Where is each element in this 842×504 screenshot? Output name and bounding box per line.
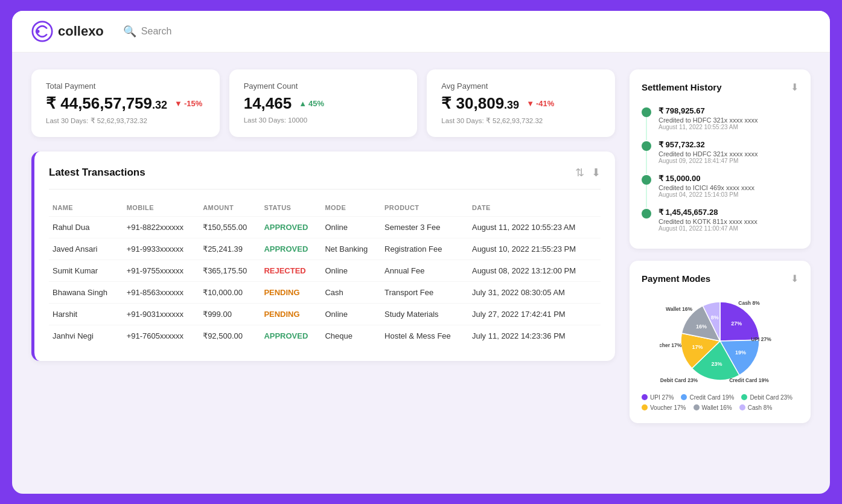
table-body: Rahul Dua +91-8822xxxxxx ₹150,555.00 APP… [49,216,601,346]
divider [49,189,601,190]
table-head: NAMEMOBILEAMOUNTSTATUSMODEPRODUCTDATE [49,199,601,217]
logo-icon [31,21,53,42]
settlement-item: ₹ 798,925.67 Credited to HDFC 321x xxxx … [642,101,799,135]
cell-mobile: +91-8563xxxxxx [123,281,200,303]
filter-icon[interactable]: ⇅ [575,166,584,179]
cell-mode: Online [321,216,381,238]
pie-chart: 27%19%23%17%16%8%Cash 8%UPI 27%Credit Ca… [660,293,780,389]
table-row[interactable]: Javed Ansari +91-9933xxxxxx ₹25,241.39 A… [49,238,601,260]
stat-card-0: Total Payment ₹ 44,56,57,759.32 ▼ -15% L… [31,69,220,137]
cell-name: Sumit Kumar [49,260,123,281]
legend-item: Credit Card 19% [681,394,734,401]
cell-name: Harshit [49,303,123,325]
cell-mobile: +91-8822xxxxxx [123,216,200,238]
legend-dot [739,404,745,410]
payment-modes-card: Payment Modes ⬇ 27%19%23%17%16%8%Cash 8%… [630,261,811,423]
payment-modes-header: Payment Modes ⬇ [642,273,799,284]
col-header-name: NAME [49,199,123,217]
transactions-title: Latest Transactions [49,167,145,179]
stat-value: ₹ 44,56,57,759.32 [46,94,167,113]
stat-sub: Last 30 Days: ₹ 52,62,93,732.32 [441,116,601,125]
transactions-actions: ⇅ ⬇ [575,166,601,179]
cell-mobile: +91-9755xxxxxx [123,260,200,281]
cell-status: APPROVED [260,216,321,238]
payment-modes-title: Payment Modes [642,273,710,284]
settlement-amount: ₹ 957,732.32 [659,140,757,149]
stat-change: ▲ 45% [299,99,324,108]
pie-outer-label-1: UPI 27% [751,336,771,342]
cell-name: Bhawana Singh [49,281,123,303]
cell-date: August 08, 2022 13:12:00 PM [468,260,601,281]
main-content: Total Payment ₹ 44,56,57,759.32 ▼ -15% L… [12,53,830,440]
settlement-date: August 09, 2022 18:41:47 PM [659,158,757,164]
cell-name: Rahul Dua [49,216,123,238]
col-header-product: PRODUCT [381,199,468,217]
legend-label: Credit Card 19% [689,394,734,401]
settlement-info: ₹ 957,732.32 Credited to HDFC 321x xxxx … [659,140,757,164]
settlement-info: ₹ 15,000.00 Credited to ICICI 469x xxxx … [659,174,754,198]
settlement-dot [642,175,651,185]
cell-product: Transport Fee [381,281,468,303]
pie-outer-label-3: Debit Card 23% [660,377,698,383]
settlement-info: ₹ 1,45,45,657.28 Credited to KOTK 811x x… [659,208,757,232]
settlement-amount: ₹ 1,45,45,657.28 [659,208,757,217]
cell-amount: ₹10,000.00 [199,281,260,303]
pie-outer-label-2: Credit Card 19% [729,377,769,383]
settlement-date: August 11, 2022 10:55:23 AM [659,124,757,130]
cell-mobile: +91-7605xxxxxx [123,325,200,346]
payment-modes-download-icon[interactable]: ⬇ [791,273,799,284]
header: collexo 🔍 Search [12,11,830,53]
legend-dot [642,394,648,400]
table-row[interactable]: Janhvi Negi +91-7605xxxxxx ₹92,500.00 AP… [49,325,601,346]
cell-mode: Cash [321,281,381,303]
stat-label: Total Payment [46,81,205,91]
cell-amount: ₹999.00 [199,303,260,325]
transactions-header: Latest Transactions ⇅ ⬇ [49,166,601,179]
table-row[interactable]: Bhawana Singh +91-8563xxxxxx ₹10,000.00 … [49,281,601,303]
table-row[interactable]: Rahul Dua +91-8822xxxxxx ₹150,555.00 APP… [49,216,601,238]
search-label: Search [141,26,172,37]
download-icon[interactable]: ⬇ [592,166,601,179]
pie-label-debit-card: 23% [711,360,722,366]
settlement-download-icon[interactable]: ⬇ [791,81,799,93]
cell-mobile: +91-9031xxxxxx [123,303,200,325]
legend-dot [642,404,648,410]
stat-value: 14,465 [244,94,292,113]
search-icon: 🔍 [123,25,136,38]
pie-outer-label-0: Cash 8% [738,300,760,306]
settlement-date: August 01, 2022 11:00:47 AM [659,225,757,232]
settlement-header: Settlement History ⬇ [642,81,799,93]
legend-item: UPI 27% [642,394,674,401]
cell-date: July 31, 2022 08:30:05 AM [468,281,601,303]
pie-label-voucher: 17% [692,344,703,350]
pie-label-cash: 8% [711,314,719,321]
pie-chart-svg: 27%19%23%17%16%8%Cash 8%UPI 27%Credit Ca… [660,293,780,389]
cell-amount: ₹92,500.00 [199,325,260,346]
settlement-amount: ₹ 798,925.67 [659,106,757,115]
settlement-dot [642,107,651,117]
app-container: collexo 🔍 Search Total Payment ₹ 44,56,5… [12,11,830,494]
cell-date: July 27, 2022 17:42:41 PM [468,303,601,325]
stat-value-row: 14,465 ▲ 45% [244,94,403,113]
table-row[interactable]: Sumit Kumar +91-9755xxxxxx ₹365,175.50 R… [49,260,601,281]
legend-label: Cash 8% [748,404,773,411]
cell-product: Registration Fee [381,238,468,260]
svg-point-0 [33,21,52,40]
cell-amount: ₹365,175.50 [199,260,260,281]
stat-label: Avg Payment [441,81,601,91]
logo: collexo [31,21,104,42]
settlement-item: ₹ 957,732.32 Credited to HDFC 321x xxxx … [642,135,799,169]
cell-name: Janhvi Negi [49,325,123,346]
cell-mode: Online [321,260,381,281]
table-row[interactable]: Harshit +91-9031xxxxxx ₹999.00 PENDING O… [49,303,601,325]
cell-product: Semester 3 Fee [381,216,468,238]
legend-label: UPI 27% [650,394,674,401]
pie-label-credit-card: 19% [735,349,746,355]
pie-outer-label-4: Voucher 17% [660,342,682,348]
stat-decimal: .32 [152,99,167,111]
settlement-date: August 04, 2022 15:14:03 PM [659,191,754,198]
logo-text: collexo [58,24,104,39]
stat-card-1: Payment Count 14,465 ▲ 45% Last 30 Days:… [229,69,418,137]
pie-legend: UPI 27% Credit Card 19% Debit Card 23% V… [642,394,799,411]
search-bar[interactable]: 🔍 Search [123,25,172,38]
